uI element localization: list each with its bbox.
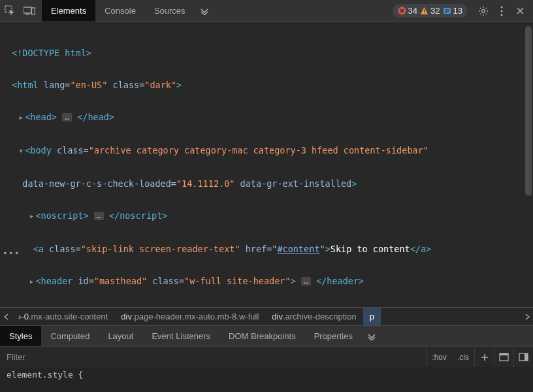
tab-event-listeners[interactable]: Event Listeners xyxy=(142,326,219,346)
expand-caret-icon[interactable] xyxy=(27,207,35,225)
svg-rect-23 xyxy=(525,353,528,361)
styles-filter-input[interactable] xyxy=(0,352,426,362)
svg-line-16 xyxy=(486,8,487,8)
close-icon[interactable] xyxy=(511,7,529,15)
collapsed-content-icon[interactable]: … xyxy=(94,212,104,220)
collapsed-content-icon[interactable]: … xyxy=(301,277,311,286)
crumb-scroll-left-icon[interactable] xyxy=(0,308,12,325)
dom-tree[interactable]: <!DOCTYPE html> <html lang="en-US" class… xyxy=(0,22,533,307)
expand-caret-icon[interactable] xyxy=(17,108,25,126)
toggle-sidebar-icon[interactable] xyxy=(513,347,533,367)
svg-line-14 xyxy=(486,13,487,14)
info-count: 13 xyxy=(453,6,462,16)
expand-caret-icon[interactable] xyxy=(27,272,35,290)
new-style-rule-icon[interactable] xyxy=(474,347,494,367)
kebab-icon[interactable] xyxy=(493,6,511,16)
warning-icon xyxy=(420,7,428,15)
tab-elements[interactable]: Elements xyxy=(42,0,95,22)
svg-rect-5 xyxy=(424,10,425,12)
issue-counter[interactable]: 34 32 13 xyxy=(393,4,468,18)
crumb-item-selected[interactable]: p xyxy=(363,308,381,325)
selected-row-gutter-icon[interactable]: ••• xyxy=(3,248,20,258)
dom-tree-panel: ••• <!DOCTYPE html> <html lang="en-US" c… xyxy=(0,22,533,307)
tab-computed[interactable]: Computed xyxy=(41,326,99,346)
dom-breadcrumb: ›-0.mx-auto.site-content div.page-header… xyxy=(0,307,533,325)
tab-console[interactable]: Console xyxy=(95,0,145,22)
more-tabs-icon[interactable] xyxy=(195,7,214,15)
crumb-scroll-right-icon[interactable] xyxy=(521,308,533,325)
more-tabs-icon[interactable] xyxy=(362,326,381,346)
element-style-header: element.style { xyxy=(0,367,533,380)
toggle-hover-button[interactable]: :hov xyxy=(426,347,452,367)
svg-rect-6 xyxy=(424,13,425,14)
error-count: 34 xyxy=(408,6,417,16)
toggle-class-button[interactable]: .cls xyxy=(452,347,474,367)
svg-point-17 xyxy=(501,6,503,8)
svg-line-15 xyxy=(480,13,481,14)
crumb-item[interactable]: div.archive-description xyxy=(265,308,363,325)
settings-icon[interactable] xyxy=(474,6,493,16)
warning-count: 32 xyxy=(430,6,440,16)
inspect-element-icon[interactable] xyxy=(0,0,20,22)
error-icon xyxy=(398,7,406,15)
svg-rect-1 xyxy=(24,7,31,13)
crumb-item[interactable]: div.page-header.mx-auto.mb-8.w-full xyxy=(114,308,265,325)
svg-rect-2 xyxy=(25,14,29,15)
svg-point-18 xyxy=(501,10,503,12)
svg-rect-21 xyxy=(500,353,508,355)
tab-dom-breakpoints[interactable]: DOM Breakpoints xyxy=(219,326,305,346)
device-toolbar-icon[interactable] xyxy=(20,0,39,22)
tab-properties[interactable]: Properties xyxy=(305,326,362,346)
tab-sources[interactable]: Sources xyxy=(145,0,195,22)
info-icon xyxy=(443,7,451,15)
svg-point-8 xyxy=(482,9,485,12)
expand-caret-icon[interactable] xyxy=(17,142,25,159)
sidebar-tabs: Styles Computed Layout Event Listeners D… xyxy=(0,325,533,346)
devtools-toolbar: Elements Console Sources 34 32 13 xyxy=(0,0,533,22)
svg-rect-3 xyxy=(32,8,35,14)
svg-line-13 xyxy=(480,8,481,8)
collapsed-content-icon[interactable]: … xyxy=(62,113,72,122)
tab-styles[interactable]: Styles xyxy=(0,326,41,346)
tab-layout[interactable]: Layout xyxy=(99,326,142,346)
styles-filter-bar: :hov .cls xyxy=(0,346,533,367)
panel-tabs: Elements Console Sources xyxy=(42,0,195,22)
computed-sidebar-icon[interactable] xyxy=(494,347,513,367)
svg-point-19 xyxy=(501,14,503,16)
crumb-item[interactable]: ›-0.mx-auto.site-content xyxy=(12,308,114,325)
scrollbar[interactable] xyxy=(525,26,532,196)
